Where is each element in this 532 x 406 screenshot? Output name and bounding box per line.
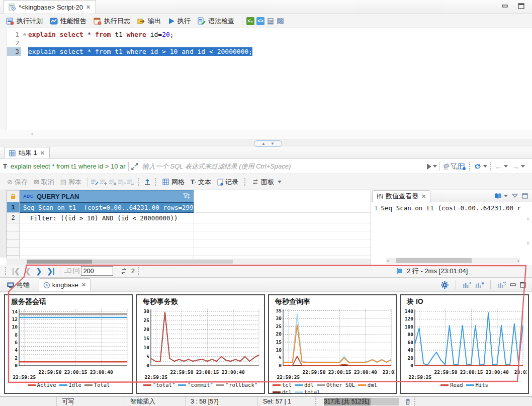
next-page-icon[interactable]: ❯ (36, 267, 42, 275)
panel-view-button[interactable]: 面板 (249, 178, 285, 187)
scroll-left-icon[interactable]: ‹ (31, 130, 33, 137)
next-dropdown-icon[interactable] (521, 165, 525, 168)
duplicate-row-icon[interactable]: (+) (117, 178, 126, 187)
value-viewer-vscrollbar[interactable]: ∧∨ (525, 216, 531, 246)
apply-filter-dropdown-icon[interactable] (433, 165, 437, 168)
value-viewer-tab[interactable]: 数值查看器 ✕ (372, 190, 430, 202)
refresh-count-icon[interactable] (120, 268, 127, 275)
value-viewer-hscrollbar[interactable]: ‹› (386, 258, 520, 264)
minimize-panel-icon[interactable] (510, 283, 516, 287)
maximize-panel-icon[interactable] (520, 282, 526, 288)
edit-row-icon[interactable] (90, 178, 99, 187)
garbage-collect-icon[interactable] (404, 398, 411, 405)
svg-text:30: 30 (276, 315, 282, 321)
delete-row-icon[interactable] (108, 178, 117, 187)
dictionary-icon[interactable] (494, 193, 502, 200)
kingbase-tab-close-icon[interactable]: ✕ (81, 282, 86, 288)
svg-text:22:59:25: 22:59:25 (144, 374, 167, 380)
sash-collapse-buttons[interactable]: ▲▼ (254, 140, 282, 147)
grid-row-1[interactable]: Seq Scan on t1 (cost=0.00..64231.00 rows… (20, 202, 371, 213)
scroll-left-icon[interactable]: ‹ (387, 258, 389, 264)
filter-placeholder[interactable]: 输入一个 SQL 表达式来过滤结果 (使用 Ctrl+Space) (142, 162, 427, 171)
scroll-right-icon[interactable]: › (517, 258, 519, 264)
add-chart-icon[interactable] (463, 281, 471, 289)
record-view-button[interactable]: 记录 (214, 178, 241, 187)
minimize-view-icon[interactable] (512, 194, 518, 198)
export-icon[interactable] (143, 178, 152, 187)
svg-text:0: 0 (410, 363, 413, 368)
value-viewer-content[interactable]: 1Seq Scan on t1 (cost=0.00..64231.00 r ∧… (371, 202, 532, 255)
document-icon[interactable] (266, 17, 275, 26)
lock-icon[interactable] (7, 190, 20, 202)
new-chart-icon[interactable]: ✱ (475, 281, 484, 289)
row-header-1[interactable]: 1 (7, 202, 20, 213)
syntax-check-button[interactable]: 语法检查 (196, 16, 238, 27)
expand-filter-icon[interactable] (131, 163, 138, 170)
panel-dropdown-icon[interactable] (278, 181, 282, 183)
fetch-all-icon[interactable] (72, 267, 81, 276)
grid-view-button[interactable]: 网格 (159, 178, 188, 187)
remove-row-icon[interactable] (126, 178, 135, 187)
grid-row-2[interactable]: Filter: ((id > 10) AND (id < 20000000)) (20, 213, 371, 223)
column-filter-sort-icon[interactable] (183, 193, 190, 200)
editor-results-sash[interactable]: ▲▼ (0, 139, 532, 147)
sql-editor[interactable]: 1 ⊖explain select * from t1 where id=20;… (0, 28, 532, 130)
grid-hscrollbar[interactable] (7, 259, 371, 265)
exec-log-button[interactable]: 执行日志 (92, 16, 134, 27)
editor-line-2[interactable]: 2 (7, 39, 532, 47)
grid-settings-icon[interactable] (458, 163, 466, 170)
refresh-icon[interactable] (474, 163, 482, 170)
fetch-page-icon[interactable] (63, 267, 72, 276)
save-button[interactable]: ⊘保存 (4, 178, 31, 187)
first-page-icon[interactable]: |❮ (12, 267, 20, 275)
page-size-input[interactable] (81, 266, 113, 276)
settings-gear-icon[interactable] (440, 281, 449, 289)
terminal-tab[interactable]: 终端 (3, 279, 34, 292)
prev-dropdown-icon[interactable] (504, 165, 508, 168)
kingbase-tab[interactable]: kingbase ✕ (39, 278, 91, 291)
collapse-down-icon[interactable]: ▼ (271, 141, 275, 146)
execute-button[interactable]: 执行 (166, 16, 195, 27)
value-viewer-close-icon[interactable]: ✕ (421, 193, 426, 200)
heap-status-gauge[interactable]: 317兆 (共 512兆) (324, 398, 399, 405)
row-header-2[interactable]: 2 (7, 213, 20, 223)
collapse-up-icon[interactable]: ▲ (261, 141, 265, 146)
dictionary-dropdown-icon[interactable] (504, 195, 508, 197)
cancel-button[interactable]: ⊠取消 (31, 178, 57, 187)
last-page-icon[interactable]: ❯| (47, 267, 55, 275)
editor-line-1[interactable]: 1 ⊖explain select * from t1 where id=20; (7, 30, 532, 39)
maximize-view-icon[interactable] (522, 193, 528, 199)
fold-collapse-icon[interactable]: ⊖ (21, 30, 28, 39)
perf-report-button[interactable]: 性能报告 (48, 16, 91, 27)
results-tab-close-icon[interactable]: ✕ (40, 150, 45, 156)
scroll-down-icon[interactable]: ∨ (526, 240, 529, 246)
minimize-icon[interactable] (501, 3, 509, 10)
text-view-button[interactable]: T·文本 (188, 178, 214, 187)
explain-plan-button[interactable]: 执行计划 (4, 16, 47, 27)
filter-applied-text[interactable]: explain select * from t1 where id > 10 a… (11, 163, 126, 170)
prev-page-icon[interactable]: ❮ (25, 267, 31, 275)
code-insert-icon[interactable]: <₊ (246, 17, 255, 26)
prev-result-icon[interactable]: ← (495, 162, 502, 171)
refresh-dropdown-icon[interactable] (483, 165, 487, 168)
code-editor-icon[interactable]: <> (256, 17, 265, 26)
maximize-icon[interactable] (517, 3, 525, 10)
apply-filter-icon[interactable] (427, 164, 431, 170)
status-caret-position[interactable]: 3 : 58 [57] (186, 397, 258, 406)
scroll-up-icon[interactable]: ∧ (526, 216, 529, 221)
editor-tab[interactable]: *<kingbase> Script-20 ✕ (3, 0, 96, 14)
edit-pencil-icon[interactable] (276, 17, 285, 26)
output-button[interactable]: 输出 (135, 16, 165, 27)
editor-tab-close-icon[interactable]: ✕ (86, 4, 91, 11)
script-button[interactable]: ▤脚本 (57, 178, 84, 187)
erase-filter-icon[interactable] (442, 163, 451, 170)
editor-line-3[interactable]: 3explain select * from t1 where id > 10 … (7, 47, 532, 56)
result-grid[interactable]: ABC QUERY PLAN Seq Scan on t1 (cost=0.00… (20, 190, 371, 264)
add-row-icon[interactable] (99, 178, 108, 187)
filter-funnel-icon[interactable] (451, 163, 458, 170)
results-tab[interactable]: 结果 1 ✕ (4, 147, 50, 158)
editor-hscroll[interactable]: ‹ (0, 130, 532, 139)
next-result-icon[interactable]: → (512, 162, 519, 171)
refresh-chart-icon[interactable] (497, 281, 506, 289)
column-header-query-plan[interactable]: ABC QUERY PLAN (20, 190, 194, 202)
